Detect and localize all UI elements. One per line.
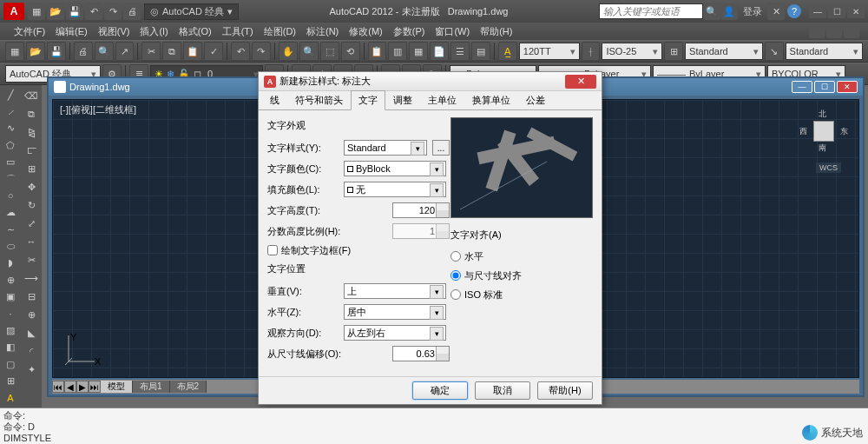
zoom-win-btn[interactable]: ⬚ [320,42,339,61]
radio-aligned[interactable] [450,270,461,281]
doc-min-icon[interactable] [809,24,825,38]
menu-draw[interactable]: 绘图(D) [259,25,301,38]
offset-spinner[interactable]: 0.63 [392,346,450,361]
draw-close-button[interactable]: ✕ [837,81,858,93]
join-icon[interactable]: ⊕ [23,306,40,323]
viewcube[interactable]: 北 南 东 西 [803,110,845,152]
gradient-icon[interactable]: ◧ [2,340,19,355]
extend-icon[interactable]: ⟶ [23,269,40,287]
dialog-close-button[interactable]: ✕ [565,75,596,89]
radio-iso[interactable] [450,289,461,300]
move-icon[interactable]: ✥ [23,178,40,195]
tab-line[interactable]: 线 [262,90,287,109]
arc-icon[interactable]: ⌒ [2,171,19,187]
props-btn[interactable]: 📋 [368,42,387,61]
ellipse-icon[interactable]: ⬭ [2,238,19,254]
redo-icon[interactable]: ↷ [104,3,122,20]
view-label[interactable]: [-][俯视][二维线框] [60,103,136,116]
ssm-btn[interactable]: 📄 [430,42,449,61]
tp-btn[interactable]: ▦ [409,42,428,61]
text-color-combo[interactable]: ByBlock [344,161,446,176]
break-icon[interactable]: ⊟ [23,288,40,305]
pan-btn[interactable]: ✋ [279,42,298,61]
exchange-icon[interactable]: ✕ [767,3,785,20]
frame-checkbox[interactable] [267,245,278,255]
zoom-prev-btn[interactable]: ⟲ [341,42,360,61]
qcalc-btn[interactable]: ▤ [471,42,490,61]
array-icon[interactable]: ⊞ [23,160,40,177]
draw-max-button[interactable]: ☐ [814,81,835,93]
menu-tools[interactable]: 工具(T) [217,25,259,38]
dc-btn[interactable]: ▥ [388,42,407,61]
draw-min-button[interactable]: — [792,81,812,93]
trim-icon[interactable]: ✂ [23,251,40,268]
scale-icon[interactable]: ⤢ [23,215,40,232]
radio-horizontal[interactable] [450,251,461,262]
doc-close-icon[interactable] [844,24,859,38]
text-height-spinner[interactable]: 120 [392,202,450,218]
tab-symbols[interactable]: 符号和箭头 [287,90,351,109]
fillet-icon[interactable]: ◜ [23,342,40,360]
tab-prev-icon[interactable]: ◀ [64,381,76,393]
mleader-btn[interactable]: ↘ [765,42,784,61]
tab-primary[interactable]: 主单位 [420,90,464,109]
new-btn[interactable]: ▦ [5,42,24,61]
tab-first-icon[interactable]: ⏮ [52,381,64,393]
tab-layout1[interactable]: 布局1 [133,381,170,393]
paste-btn[interactable]: 📋 [183,42,202,61]
maximize-button[interactable]: ☐ [828,4,845,18]
login-link[interactable]: 登录 [743,5,762,18]
menu-file[interactable]: 文件(F) [9,25,50,38]
block-icon[interactable]: ▣ [2,289,19,305]
rotate-icon[interactable]: ↻ [23,196,40,214]
help-icon[interactable]: ? [787,4,801,18]
search-input[interactable] [599,3,703,19]
menu-edit[interactable]: 编辑(E) [50,25,93,38]
viewdir-combo[interactable]: 从左到右 [344,325,446,341]
ok-button[interactable]: 确定 [412,381,468,400]
spline-icon[interactable]: ∼ [2,222,19,237]
cancel-button[interactable]: 取消 [475,381,530,400]
textstyle-btn[interactable]: A̲ [498,42,517,61]
explode-icon[interactable]: ✦ [23,361,40,378]
mleaderstyle-combo[interactable]: Standard [786,43,864,60]
open-btn[interactable]: 📂 [26,42,45,61]
offset-icon[interactable]: ⫍ [23,142,40,159]
user-icon[interactable]: 👤 [720,3,738,20]
redo-btn[interactable]: ↷ [252,42,271,61]
ellipsearc-icon[interactable]: ◗ [2,255,19,271]
region-icon[interactable]: ▢ [2,356,19,372]
text-style-combo[interactable]: Standard [344,140,427,156]
undo-icon[interactable]: ↶ [85,3,102,20]
menu-view[interactable]: 视图(V) [93,25,135,38]
publish-btn[interactable]: ↗ [115,42,135,61]
doc-restore-icon[interactable] [826,24,842,38]
tab-model[interactable]: 模型 [101,381,133,393]
erase-icon[interactable]: ⌫ [23,87,40,104]
circle-icon[interactable]: ○ [2,188,19,203]
xline-icon[interactable]: ⟋ [2,103,19,119]
fill-color-combo[interactable]: 无 [344,182,446,197]
point-icon[interactable]: · [2,306,19,321]
preview-btn[interactable]: 🔍 [95,42,114,61]
help-button[interactable]: 帮助(H) [537,381,593,400]
dim-btn[interactable]: ⟊ [582,42,601,61]
tab-text[interactable]: 文字 [351,90,385,110]
annoscale-combo[interactable]: 120TT [519,43,580,60]
menu-help[interactable]: 帮助(H) [475,25,517,38]
copy2-icon[interactable]: ⧉ [23,105,40,123]
menu-insert[interactable]: 插入(I) [135,25,173,38]
tab-alt[interactable]: 换算单位 [464,90,518,109]
close-button[interactable]: ✕ [847,4,865,18]
horizontal-combo[interactable]: 居中 [344,304,446,320]
tab-next-icon[interactable]: ▶ [76,381,89,393]
dialog-titlebar[interactable]: A 新建标注样式: 标注大 ✕ [259,72,602,91]
tablestyle-combo[interactable]: Standard [685,43,763,60]
pline-icon[interactable]: ∿ [2,121,19,136]
mtext-icon[interactable]: A [2,390,19,406]
save-btn[interactable]: 💾 [47,42,66,61]
menu-dim[interactable]: 标注(N) [301,25,344,38]
revcloud-icon[interactable]: ☁ [2,205,19,221]
hatch-icon[interactable]: ▨ [2,322,19,338]
minimize-button[interactable]: — [809,4,826,18]
